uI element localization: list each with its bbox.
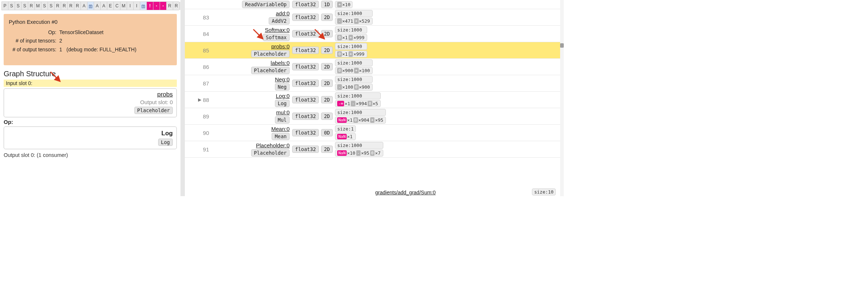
dist-tag: + (354, 18, 359, 24)
tensor-row[interactable]: 89mul:0Mulfloat322Dsize:1000NaN×1 0×904 … (185, 108, 564, 125)
token-cell[interactable]: A (101, 2, 107, 10)
token-cell[interactable]: m (87, 2, 94, 10)
right-pane-scrollbar[interactable] (560, 0, 564, 196)
dist-count: ×1 (344, 101, 350, 106)
tensor-name-link[interactable]: Mean:0 (271, 126, 290, 132)
dtype-chip: float32 (292, 1, 319, 8)
token-cell[interactable]: S (41, 2, 48, 10)
token-cell[interactable]: R (167, 2, 173, 10)
tensor-row[interactable]: 86labels:0Placeholderfloat322Dsize:10000… (185, 59, 564, 75)
tensor-row[interactable]: 83add:0AddV2float322Dsize:1000-×471 +×52… (185, 9, 564, 26)
expand-row-icon[interactable]: ▶ (198, 97, 201, 102)
size-chip: size:1000 (335, 92, 381, 99)
scrollbar-thumb[interactable] (560, 43, 564, 48)
input-placeholder-button[interactable]: Placeholder (134, 107, 173, 114)
tensor-name-link[interactable]: add:0 (276, 10, 290, 16)
op-pill-button[interactable]: Log (158, 139, 173, 146)
token-cell[interactable]: m (140, 2, 147, 10)
exec-in-label: # of input tensors: (9, 37, 56, 45)
token-cell[interactable]: C (114, 2, 120, 10)
dist-count: ×1 (347, 117, 353, 123)
size-chip: size:1000 (335, 59, 372, 66)
tensor-name-link[interactable]: Log:0 (276, 93, 290, 99)
row-index: 86 (203, 64, 209, 70)
rank-chip: 2D (321, 30, 333, 37)
token-cell[interactable]: E (107, 2, 114, 10)
dist-count: ×471 (342, 18, 353, 24)
op-type-chip[interactable]: ReadVariableOp (242, 1, 290, 8)
token-cell[interactable]: M (35, 2, 41, 10)
dist-line: -×100 0×900 (335, 84, 372, 91)
dist-line: 0×900 +×100 (335, 67, 372, 74)
tensor-rows-container: 83add:0AddV2float322Dsize:1000-×471 +×52… (185, 9, 564, 158)
token-cell[interactable]: - (153, 2, 160, 10)
op-type-chip[interactable]: Log (275, 100, 290, 107)
exec-out-label: # of output tensors: (9, 45, 56, 54)
dist-count: ×7 (375, 150, 380, 156)
dist-count: ×900 (342, 68, 353, 73)
dist-tag: 0 (353, 117, 358, 123)
exec-out-count: 1 (59, 47, 62, 52)
op-type-chip[interactable]: AddV2 (269, 17, 290, 25)
dist-count: ×999 (353, 51, 364, 57)
tensor-row[interactable]: 84Softmax:0Softmaxfloat322Dsize:10000×1 … (185, 26, 564, 42)
token-cell[interactable]: R (74, 2, 81, 10)
op-type-chip[interactable]: Neg (275, 83, 290, 91)
tensor-name-link[interactable]: probs:0 (271, 43, 290, 49)
token-cell[interactable]: I (134, 2, 140, 10)
dtype-chip: float32 (292, 80, 319, 87)
tensor-name-link[interactable]: Placeholder:0 (256, 142, 290, 148)
token-cell[interactable]: S (48, 2, 55, 10)
tensor-name-link[interactable]: Neg:0 (275, 76, 290, 82)
row-index: 84 (203, 31, 209, 37)
token-cell[interactable]: I (127, 2, 134, 10)
token-cell[interactable]: S (8, 2, 15, 10)
token-cell[interactable]: R (28, 2, 35, 10)
input-tensor-name-link[interactable]: probs (157, 91, 173, 98)
op-type-chip[interactable]: Placeholder (251, 50, 290, 58)
dist-count: ×95 (361, 150, 369, 156)
token-cell[interactable]: R (55, 2, 61, 10)
op-type-chip[interactable]: Mul (275, 116, 290, 124)
dist-line: -∞×1 -×994 0×5 (335, 100, 381, 107)
token-cell[interactable]: P (2, 2, 8, 10)
token-cell[interactable]: S (15, 2, 22, 10)
token-cell[interactable]: A (81, 2, 87, 10)
token-cell[interactable]: R (173, 2, 180, 10)
exec-op-value: TensorSliceDataset (59, 28, 172, 37)
token-cell[interactable]: R (68, 2, 74, 10)
dist-line: NaN×10 -×95 0×7 (335, 150, 383, 157)
dist-tag: - (337, 18, 342, 24)
token-cell[interactable]: M (120, 2, 127, 10)
op-type-chip[interactable]: Mean (272, 133, 290, 140)
token-cell[interactable]: S (22, 2, 28, 10)
token-cell[interactable]: A (94, 2, 101, 10)
token-cell[interactable]: ! (147, 2, 153, 10)
footer-tensor-name-link[interactable]: gradients/add_grad/Sum:0 (375, 190, 436, 195)
tensor-row[interactable]: 87Neg:0Negfloat322Dsize:1000-×100 0×900 (185, 75, 564, 92)
row-index: 91 (203, 146, 209, 153)
op-header-label: Op: (4, 119, 177, 125)
op-type-chip[interactable]: Placeholder (251, 149, 290, 157)
op-type-chip[interactable]: Placeholder (251, 67, 290, 74)
tensor-name-link[interactable]: mul:0 (276, 109, 290, 115)
dist-tag: + (349, 35, 353, 40)
tensor-row[interactable]: 91Placeholder:0Placeholderfloat322Dsize:… (185, 141, 564, 158)
token-cell[interactable]: - (160, 2, 167, 10)
tensor-name-link[interactable]: Softmax:0 (265, 27, 290, 33)
dist-line: -×471 +×529 (335, 18, 372, 25)
dist-count: ×999 (353, 35, 364, 40)
execution-title: Python Execution #0 (9, 18, 172, 27)
size-chip: size:1 (335, 125, 356, 132)
tensor-name-link[interactable]: labels:0 (271, 60, 290, 66)
dist-count: ×994 (356, 101, 367, 106)
tensor-row[interactable]: 90Mean:0Meanfloat320Dsize:1NaN×1 (185, 125, 564, 141)
token-cell[interactable]: R (61, 2, 68, 10)
tensor-row[interactable]: ▶88Log:0Logfloat322Dsize:1000-∞×1 -×994 … (185, 92, 564, 108)
tensor-row[interactable]: 85probs:0Placeholderfloat322Dsize:10000×… (185, 42, 564, 59)
execution-summary-box: Python Execution #0 Op: TensorSliceDatas… (4, 14, 177, 65)
dist-line: 0×1 +×999 (335, 34, 367, 41)
dist-tag: + (349, 51, 353, 57)
op-type-chip[interactable]: Softmax (263, 34, 290, 41)
token-cell[interactable]: A (180, 2, 185, 10)
